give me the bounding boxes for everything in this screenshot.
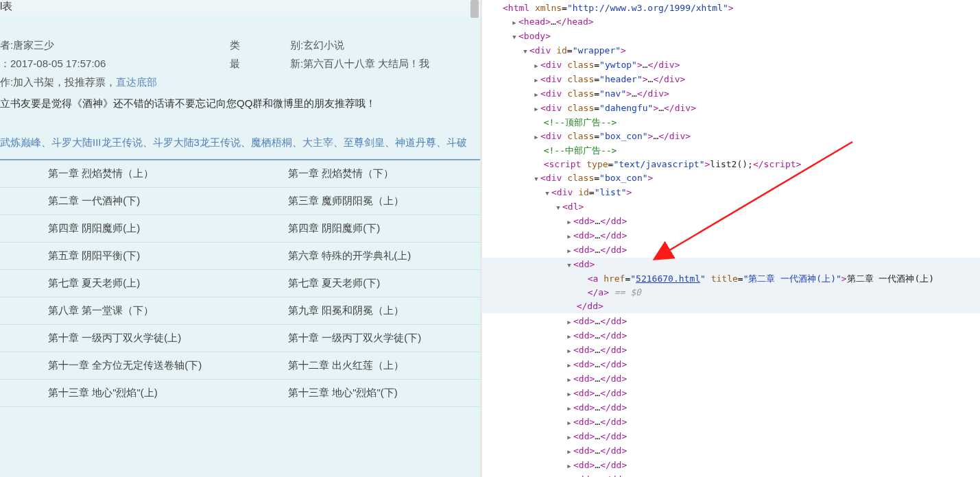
expand-icon[interactable]: ▶ (566, 215, 573, 229)
expand-icon[interactable]: ▶ (533, 130, 540, 144)
chapter-row: 第五章 阴阳平衡(下)第六章 特殊的开学典礼(上) (0, 243, 480, 270)
dom-node[interactable]: ▶<dd>…</dd> (503, 358, 980, 372)
expand-icon[interactable]: ▶ (566, 330, 573, 343)
time-prefix: ： (0, 58, 10, 69)
dom-node[interactable]: ▶<dd>…</dd> (503, 444, 980, 458)
dom-node[interactable]: ▶<dd>…</dd> (503, 215, 980, 229)
category-label-r: 别: (290, 39, 303, 51)
collapse-icon[interactable]: ▼ (544, 186, 551, 200)
chapter-row: 第十三章 地心"烈焰"(上)第十三章 地心"烈焰"(下) (0, 380, 480, 407)
chapter-row: 第七章 夏天老师(上)第七章 夏天老师(下) (0, 270, 480, 297)
chapter-link[interactable]: 第七章 夏天老师(上) (0, 270, 240, 297)
dom-node[interactable]: ▶<dd>…</dd> (503, 329, 980, 343)
href-link[interactable]: 5216670.html (636, 273, 700, 284)
dom-node[interactable]: ▶<dd>…</dd> (503, 415, 980, 430)
expand-icon[interactable]: ▶ (533, 59, 540, 73)
collapse-icon[interactable]: ▼ (555, 201, 562, 215)
collapse-icon[interactable]: ▼ (533, 172, 540, 186)
meta-section: 者:唐家三少 类别:玄幻小说 ：2017-08-05 17:57:06 最新:第… (0, 16, 480, 92)
chapter-link[interactable]: 第二章 一代酒神(下) (0, 188, 240, 215)
chapter-link[interactable]: 第四章 阴阳魔师(上) (0, 215, 240, 242)
dom-node[interactable]: ▶<dd>…</dd> (503, 401, 980, 415)
dom-node[interactable]: ▼<div class="box_con"> (503, 171, 980, 186)
dom-node[interactable]: ▶<dd>…</dd> (503, 229, 980, 243)
dom-node[interactable]: ▶<div class="nav">…</div> (503, 87, 980, 101)
chapter-list: 第一章 烈焰焚情（上）第一章 烈焰焚情（下） 第二章 一代酒神(下)第三章 魔师… (0, 160, 480, 407)
expand-icon[interactable]: ▶ (533, 73, 540, 87)
collapse-icon[interactable]: ▼ (522, 45, 529, 58)
partial-title: l表 (0, 0, 480, 16)
dom-node[interactable]: ▶<dd>…</dd> (503, 243, 980, 258)
chapter-link[interactable]: 第十三章 地心"烈焰"(下) (240, 380, 480, 406)
expand-icon[interactable]: ▶ (566, 459, 573, 473)
dom-node[interactable]: ▶<dd>…</dd> (503, 430, 980, 444)
expand-icon[interactable]: ▶ (566, 402, 573, 415)
expand-icon[interactable]: ▶ (566, 445, 573, 458)
category-label-l: 类 (230, 39, 290, 52)
dom-node[interactable]: ▶<div class="box_con">…</div> (503, 130, 980, 144)
collapse-icon[interactable]: ▼ (511, 30, 518, 44)
chapter-row: 第一章 烈焰焚情（上）第一章 烈焰焚情（下） (0, 160, 480, 188)
expand-icon[interactable]: ▶ (533, 102, 540, 116)
selected-dom-node[interactable]: ⋯ ▼<dd> <a href="5216670.html" title="第二… (482, 258, 980, 313)
dom-node[interactable]: ▶<div class="ywtop">…</div> (503, 58, 980, 73)
expand-icon[interactable]: ▶ (566, 416, 573, 430)
dom-node[interactable]: ▶<dd>…</dd> (503, 473, 980, 477)
expand-icon[interactable]: ▶ (511, 16, 518, 29)
dom-node[interactable]: ▶<div class="header">…</div> (503, 73, 980, 87)
chapter-link[interactable]: 第五章 阴阳平衡(下) (0, 243, 240, 269)
actions-label: 作: (0, 76, 13, 88)
dom-node[interactable]: ▶<dd>…</dd> (503, 343, 980, 358)
author-value: 唐家三少 (13, 39, 54, 51)
dom-node[interactable]: ▶<div class="dahengfu">…</div> (503, 101, 980, 116)
chapter-link[interactable]: 第六章 特殊的开学典礼(上) (240, 243, 480, 269)
chapter-row: 第十章 一级丙丁双火学徒(上)第十章 一级丙丁双火学徒(下) (0, 325, 480, 352)
chapter-link[interactable]: 第十章 一级丙丁双火学徒(下) (240, 325, 480, 352)
update-time: 2017-08-05 17:57:06 (10, 58, 106, 69)
chapter-link[interactable]: 第十一章 全方位无定传送卷轴(下) (0, 352, 240, 379)
chapter-link[interactable]: 第十章 一级丙丁双火学徒(上) (0, 325, 240, 352)
expand-icon[interactable]: ▶ (566, 230, 573, 243)
dom-node[interactable]: ▶<dd>…</dd> (503, 458, 980, 473)
dom-node[interactable]: ▶<dd>…</dd> (503, 315, 980, 329)
chapter-link[interactable]: 第八章 第一堂课（下） (0, 297, 240, 324)
action-links[interactable]: 加入书架，投推荐票， (13, 76, 116, 88)
collapse-icon[interactable]: ▼ (566, 258, 573, 272)
dom-node[interactable]: ▼<div id="list"> (503, 186, 980, 200)
expand-icon[interactable]: ▶ (566, 387, 573, 401)
dom-node[interactable]: ▼<body> (503, 29, 980, 44)
chapter-link[interactable]: 第一章 烈焰焚情（上） (0, 160, 240, 187)
chapter-link[interactable]: 第一章 烈焰焚情（下） (240, 160, 480, 187)
expand-icon[interactable]: ▶ (566, 315, 573, 329)
chapter-row: 第二章 一代酒神(下)第三章 魔师阴阳冕（上） (0, 188, 480, 215)
chapter-link[interactable]: 第十三章 地心"烈焰"(上) (0, 380, 240, 406)
dom-node[interactable]: ▼<dl> (503, 200, 980, 215)
scrollbar-thumb[interactable] (470, 0, 479, 18)
dom-node[interactable]: ▼<div id="wrapper"> (503, 44, 980, 58)
chapter-link[interactable]: 第九章 阳冕和阴冕（上） (240, 297, 480, 324)
dom-comment: <!--中部广告--> (503, 144, 980, 158)
expand-icon[interactable]: ▶ (566, 244, 573, 258)
chapter-link[interactable]: 第十二章 出火红莲（上） (240, 352, 480, 379)
expand-icon[interactable]: ▶ (566, 344, 573, 358)
chapter-link[interactable]: 第七章 夏天老师(下) (240, 270, 480, 297)
dom-node[interactable]: ▶<dd>…</dd> (503, 372, 980, 387)
action-goto-bottom[interactable]: 直达底部 (116, 76, 157, 88)
latest-label-l: 最 (230, 58, 290, 71)
chapter-link[interactable]: 第四章 阴阳魔师(下) (240, 215, 480, 242)
chapter-row: 第八章 第一堂课（下）第九章 阳冕和阴冕（上） (0, 297, 480, 325)
dom-comment: <!--顶部广告--> (503, 116, 980, 130)
dom-node[interactable]: <html xmlns="http://www.w3.org/1999/xhtm… (503, 1, 980, 15)
expand-icon[interactable]: ▶ (566, 474, 573, 477)
expand-icon[interactable]: ▶ (533, 88, 540, 101)
expand-icon[interactable]: ▶ (566, 373, 573, 387)
dom-node[interactable]: <script type="text/javascript">list2();<… (503, 158, 980, 171)
chapter-link[interactable]: 第三章 魔师阴阳冕（上） (240, 188, 480, 215)
related-links[interactable]: 武炼巅峰、斗罗大陆III龙王传说、斗罗大陆3龙王传说、魔栖梧桐、大主宰、至尊剑皇… (0, 131, 480, 159)
content-panel: l表 者:唐家三少 类别:玄幻小说 ：2017-08-05 17:57:06 最… (0, 0, 480, 477)
devtools-elements-panel[interactable]: <html xmlns="http://www.w3.org/1999/xhtm… (482, 0, 980, 477)
expand-icon[interactable]: ▶ (566, 358, 573, 372)
dom-node[interactable]: ▶<head>…</head> (503, 15, 980, 29)
dom-node[interactable]: ▶<dd>…</dd> (503, 387, 980, 401)
expand-icon[interactable]: ▶ (566, 430, 573, 444)
